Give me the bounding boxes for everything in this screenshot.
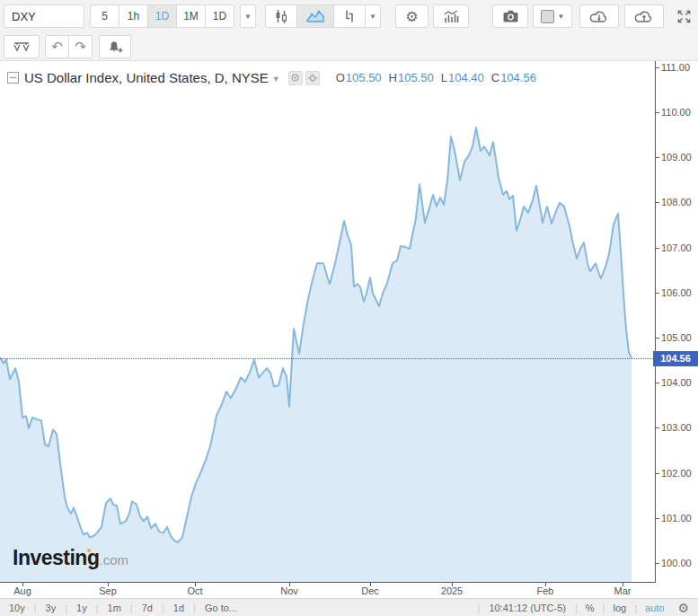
symbol-input[interactable]: DXY (4, 4, 84, 28)
layout-icon (541, 10, 554, 23)
gear-icon[interactable]: ⚙ (672, 601, 698, 615)
interval-button-group: 51h1D1M1D (90, 4, 234, 28)
time-tick-label: Nov (280, 585, 298, 596)
chevron-down-icon: ▼ (369, 13, 376, 21)
bottom-toolbar: 10y|3y|1y|1m|7d|1d | Go to... | 10:41:12… (0, 598, 698, 616)
price-tick-label: 109.00 (661, 152, 692, 163)
time-axis-line (0, 582, 656, 583)
eye-icon (291, 74, 299, 82)
legend-eye-button[interactable] (288, 71, 303, 85)
range-button-1y[interactable]: 1y (67, 603, 96, 613)
price-tick-label: 102.00 (661, 468, 692, 479)
chart-title: US Dollar Index, United States, D, NYSE (24, 70, 269, 85)
chart-style-dropdown-button[interactable]: ▼ (365, 4, 381, 28)
price-tick-label: 108.00 (661, 197, 692, 207)
price-tick-label: 101.00 (661, 513, 692, 524)
fullscreen-icon (676, 9, 692, 24)
interval-button-1d[interactable]: 1D (147, 4, 177, 28)
redo-button[interactable]: ↷ (68, 35, 93, 58)
last-price-label: 104.56 (653, 351, 698, 366)
price-tick-label: 106.00 (661, 287, 692, 298)
cloud-download-icon (589, 9, 609, 24)
percent-scale-button[interactable]: % (578, 603, 603, 613)
ohlc-value: 104.56 (500, 71, 536, 84)
price-scale-settings-button[interactable] (4, 35, 40, 58)
ohlc-key: C (491, 71, 499, 84)
watermark-suffix: .com (99, 552, 128, 568)
chevron-down-icon[interactable]: ▼ (272, 75, 280, 84)
price-tick-label: 105.00 (661, 332, 692, 343)
time-tick-label: 2025 (441, 585, 463, 596)
time-tick-label: Feb (537, 585, 554, 596)
ohlc-values: O105.50H105.50L104.40C104.56 (329, 71, 536, 84)
top-toolbar: DXY 51h1D1M1D ▼ (0, 0, 698, 32)
scales-icon (13, 40, 31, 54)
gear-icon (308, 74, 317, 83)
symbol-value: DXY (12, 10, 36, 23)
chart-pane[interactable]: US Dollar Index, United States, D, NYSE … (0, 61, 698, 582)
snapshot-button[interactable] (492, 4, 528, 28)
candlestick-chart-button[interactable] (265, 4, 297, 28)
bell-plus-icon (107, 40, 124, 55)
range-button-1d[interactable]: 1d (164, 603, 193, 613)
logo-orange-dot (87, 549, 91, 552)
price-axis[interactable]: 111.00110.00109.00108.00107.00106.00105.… (655, 61, 698, 582)
undo-button[interactable]: ↶ (45, 35, 69, 58)
save-chart-button[interactable] (624, 4, 664, 28)
compare-icon (341, 8, 358, 24)
camera-icon (502, 9, 519, 23)
range-button-1m[interactable]: 1m (99, 603, 130, 613)
time-tick-label: Sep (99, 585, 117, 596)
create-alert-button[interactable] (99, 35, 131, 58)
redo-arrow-icon: ↷ (75, 39, 86, 55)
interval-button-1m[interactable]: 1M (176, 4, 206, 28)
ohlc-key: O (336, 71, 345, 84)
range-button-group: 10y|3y|1y|1m|7d|1d (0, 603, 193, 613)
range-button-7d[interactable]: 7d (133, 603, 162, 613)
ohlc-key: H (389, 71, 397, 84)
time-tick-label: Mar (614, 585, 632, 596)
time-tick-label: Aug (13, 585, 31, 596)
price-tick-label: 111.00 (661, 62, 690, 73)
go-to-date-button[interactable]: Go to... (196, 603, 246, 613)
clock-timezone[interactable]: 10:41:12 (UTC-5) (480, 603, 575, 613)
ohlc-key: L (441, 71, 447, 84)
area-chart-icon (306, 9, 324, 23)
time-axis[interactable]: AugSepOctNovDec2025FebMar (0, 582, 698, 598)
chart-settings-button[interactable]: ⚙ (395, 4, 429, 28)
gear-icon: ⚙ (405, 8, 418, 25)
last-price-line (0, 358, 653, 359)
secondary-toolbar: ↶ ↷ (0, 32, 698, 61)
interval-button-1d[interactable]: 1D (205, 4, 234, 28)
ohlc-value: 105.50 (398, 71, 434, 84)
range-button-10y[interactable]: 10y (0, 603, 34, 613)
area-chart-fill (0, 128, 632, 582)
price-tick-label: 103.00 (661, 422, 692, 433)
interval-button-1h[interactable]: 1h (119, 4, 148, 28)
compare-button[interactable] (333, 4, 366, 28)
indicators-icon (443, 9, 459, 23)
layout-button[interactable]: ▼ (533, 4, 572, 28)
legend-settings-button[interactable] (305, 71, 320, 85)
area-chart-button[interactable] (296, 4, 334, 28)
watermark-text: Investing (13, 546, 99, 569)
interval-dropdown-button[interactable]: ▼ (240, 4, 256, 28)
auto-scale-button[interactable]: auto (637, 603, 672, 613)
candlestick-chart-icon (273, 8, 289, 24)
ohlc-value: 104.40 (448, 71, 484, 84)
log-scale-button[interactable]: log (605, 603, 634, 613)
collapse-legend-icon[interactable] (7, 72, 19, 84)
load-chart-button[interactable] (579, 4, 619, 28)
cloud-upload-icon (634, 9, 654, 24)
fullscreen-button[interactable] (674, 4, 694, 28)
price-tick-label: 110.00 (661, 107, 691, 118)
chart-legend: US Dollar Index, United States, D, NYSE … (7, 70, 536, 85)
indicators-button[interactable] (433, 4, 469, 28)
price-tick-label: 100.00 (661, 558, 692, 568)
interval-button-5[interactable]: 5 (90, 4, 119, 28)
chevron-down-icon: ▼ (558, 13, 565, 21)
range-button-3y[interactable]: 3y (37, 603, 66, 613)
watermark-logo: Investing.com (13, 546, 128, 570)
price-tick-label: 104.00 (661, 377, 692, 388)
chevron-down-icon: ▼ (244, 13, 252, 21)
